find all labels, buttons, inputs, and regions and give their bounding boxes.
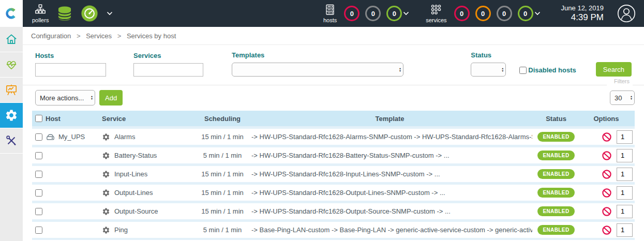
sidebar-item-home[interactable] bbox=[0, 27, 23, 52]
options-count-input[interactable] bbox=[617, 130, 633, 144]
services-critical-badge[interactable]: 0 bbox=[454, 6, 470, 21]
service-name-link[interactable]: Input-Lines bbox=[114, 170, 147, 178]
header-host[interactable]: Host bbox=[46, 115, 100, 123]
service-name-link[interactable]: Output-Source bbox=[114, 207, 158, 215]
hosts-label: hosts bbox=[323, 17, 337, 23]
breadcrumb-separator: > bbox=[77, 32, 81, 40]
latency-gauge-icon[interactable] bbox=[81, 4, 98, 23]
sidebar-item-administration[interactable] bbox=[0, 128, 23, 154]
service-gear-icon bbox=[102, 189, 110, 197]
options-count-input[interactable] bbox=[617, 205, 633, 218]
status-filter-label: Status bbox=[471, 51, 506, 59]
disabled-hosts-checkbox[interactable] bbox=[519, 67, 527, 74]
services-status-group: services 0 0 0 0 bbox=[426, 4, 540, 23]
breadcrumb-configuration[interactable]: Configuration bbox=[31, 32, 71, 40]
scheduling-value: 5 min / 1 min bbox=[198, 152, 247, 159]
service-gear-icon bbox=[102, 170, 110, 178]
gear-icon bbox=[5, 109, 18, 122]
sidebar-item-reporting[interactable] bbox=[0, 78, 23, 103]
status-badge: ENABLED bbox=[537, 188, 574, 198]
disable-icon[interactable] bbox=[602, 206, 612, 217]
scheduling-value: 15 min / 1 min bbox=[198, 207, 247, 215]
disable-icon[interactable] bbox=[602, 225, 612, 235]
service-gear-icon bbox=[102, 207, 110, 216]
table-row: Output-Lines 15 min / 1 min -> HW-UPS-St… bbox=[32, 182, 635, 201]
service-name-link[interactable]: Ping bbox=[114, 226, 128, 234]
user-avatar[interactable] bbox=[617, 4, 636, 23]
breadcrumb-services-by-host[interactable]: Services by host bbox=[127, 32, 176, 40]
services-menu[interactable]: services bbox=[426, 4, 446, 23]
services-unknown-badge[interactable]: 0 bbox=[497, 6, 512, 21]
disabled-hosts-option[interactable]: Disabled hosts bbox=[519, 66, 576, 74]
options-count-input[interactable] bbox=[617, 223, 633, 237]
row-checkbox[interactable] bbox=[35, 189, 42, 197]
table-row: Output-Source 15 min / 1 min -> HW-UPS-S… bbox=[32, 201, 635, 219]
service-name-link[interactable]: Battery-Status bbox=[114, 152, 157, 159]
pollers-label: pollers bbox=[32, 17, 49, 23]
template-chain: -> Base-Ping-LAN-custom -> Base-Ping-LAN… bbox=[247, 226, 532, 234]
header-options[interactable]: Options bbox=[580, 115, 635, 123]
database-status-icon[interactable] bbox=[56, 4, 73, 23]
disable-icon[interactable] bbox=[602, 150, 612, 161]
breadcrumb-services[interactable]: Services bbox=[86, 32, 112, 40]
presentation-chart-icon bbox=[5, 83, 18, 97]
centreon-logo[interactable] bbox=[0, 0, 23, 27]
options-count-input[interactable] bbox=[617, 149, 633, 162]
services-badges: 0 0 0 0 bbox=[454, 6, 533, 21]
row-checkbox[interactable] bbox=[35, 208, 42, 215]
status-badge: ENABLED bbox=[537, 225, 574, 235]
templates-filter-select[interactable] bbox=[232, 63, 403, 77]
scheduling-value: 15 min / 1 min bbox=[198, 133, 247, 141]
hosts-icon bbox=[323, 4, 337, 16]
service-name-link[interactable]: Alarms bbox=[114, 133, 135, 141]
disable-icon[interactable] bbox=[602, 132, 612, 142]
hosts-chevron-down-icon[interactable] bbox=[403, 11, 409, 16]
sidebar bbox=[0, 27, 23, 241]
hosts-menu[interactable]: hosts bbox=[323, 4, 337, 23]
sidebar-item-configuration[interactable] bbox=[0, 103, 23, 128]
pollers-menu[interactable]: pollers bbox=[32, 4, 49, 23]
select-all-checkbox[interactable] bbox=[35, 115, 42, 122]
disable-icon[interactable] bbox=[602, 169, 612, 179]
header-status[interactable]: Status bbox=[532, 115, 580, 123]
hosts-filter-input[interactable] bbox=[35, 63, 106, 77]
options-count-input[interactable] bbox=[617, 168, 633, 181]
page-size-select[interactable]: 30 bbox=[610, 91, 635, 105]
options-count-input[interactable] bbox=[617, 186, 633, 200]
services-filter-input[interactable] bbox=[133, 63, 203, 77]
centreon-app: pollers bbox=[0, 0, 644, 241]
topbar: pollers bbox=[0, 0, 644, 27]
services-chevron-down-icon[interactable] bbox=[534, 11, 541, 16]
service-name-link[interactable]: Output-Lines bbox=[114, 189, 153, 197]
header-scheduling[interactable]: Scheduling bbox=[198, 115, 247, 123]
table-header: Host Service Scheduling Template Status … bbox=[32, 111, 635, 126]
host-name-link[interactable]: My_UPS bbox=[58, 133, 85, 141]
status-filter-select[interactable] bbox=[471, 63, 506, 77]
user-avatar-icon bbox=[617, 4, 636, 23]
header-template[interactable]: Template bbox=[247, 115, 532, 123]
template-chain: -> HW-UPS-Standard-Rfc1628-Alarms-SNMP-c… bbox=[247, 133, 532, 141]
poller-chevron-down-icon[interactable] bbox=[107, 11, 113, 16]
row-checkbox[interactable] bbox=[35, 171, 42, 178]
row-checkbox[interactable] bbox=[35, 133, 42, 141]
services-ok-badge[interactable]: 0 bbox=[518, 6, 533, 21]
main-content: Configuration > Services > Services by h… bbox=[23, 27, 644, 241]
time-text: 4:39 PM bbox=[561, 12, 604, 23]
row-checkbox[interactable] bbox=[35, 227, 42, 234]
services-label: services bbox=[426, 17, 446, 23]
sidebar-item-monitoring[interactable] bbox=[0, 52, 23, 78]
hosts-down-badge[interactable]: 0 bbox=[344, 6, 360, 21]
more-actions-select[interactable]: More actions... bbox=[35, 90, 95, 106]
services-warning-badge[interactable]: 0 bbox=[475, 6, 491, 21]
disable-icon[interactable] bbox=[602, 188, 612, 198]
breadcrumb-separator: > bbox=[117, 32, 122, 40]
heart-pulse-icon bbox=[5, 58, 18, 71]
search-button[interactable]: Search bbox=[596, 62, 632, 77]
add-button[interactable]: Add bbox=[99, 90, 123, 106]
hosts-up-badge[interactable]: 0 bbox=[386, 6, 402, 21]
header-service[interactable]: Service bbox=[100, 115, 198, 123]
filter-bar: Hosts Services Templates ▴▾ bbox=[23, 45, 644, 85]
pollers-icon bbox=[34, 4, 47, 16]
row-checkbox[interactable] bbox=[35, 152, 42, 159]
hosts-unreachable-badge[interactable]: 0 bbox=[365, 6, 381, 21]
